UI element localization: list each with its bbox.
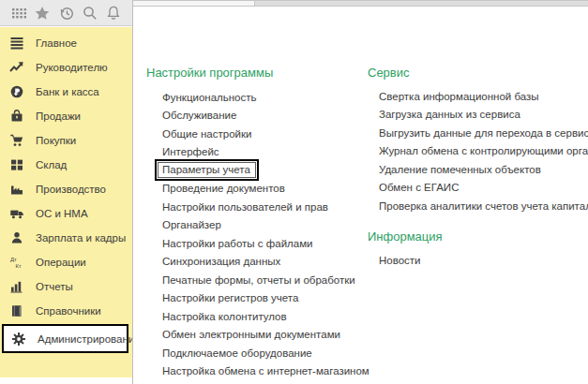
sidebar-item-label: ОС и НМА bbox=[36, 208, 88, 219]
sidebar-item-operacii[interactable]: Дт Кт Операции bbox=[0, 250, 132, 274]
settings-link[interactable]: Синхронизация данных bbox=[162, 253, 369, 272]
settings-link[interactable]: Обслуживание bbox=[162, 107, 369, 126]
annotation-highlight-box: Параметры учета bbox=[155, 159, 259, 181]
factory-icon bbox=[9, 182, 24, 197]
service-link[interactable]: Удаление помеченных объектов bbox=[379, 160, 588, 179]
sidebar-item-label: Покупки bbox=[36, 135, 76, 146]
sidebar-item-bank-i-kassa[interactable]: Банк и касса bbox=[0, 80, 132, 104]
settings-link-parametry-ucheta[interactable]: Параметры учета bbox=[162, 161, 369, 180]
sidebar-item-label: Склад bbox=[36, 159, 67, 170]
sidebar-item-pokupki[interactable]: Покупки bbox=[0, 128, 132, 153]
service-links: Свертка информационной базы Загрузка дан… bbox=[379, 87, 588, 215]
section-title-information[interactable]: Информация bbox=[368, 228, 443, 246]
sections-panel: Главное Руководителю Банк и касса bbox=[0, 27, 132, 377]
sidebar-item-label: Руководителю bbox=[36, 62, 108, 73]
search-icon[interactable] bbox=[79, 3, 101, 23]
section-title-service[interactable]: Сервис bbox=[368, 64, 588, 82]
sidebar-item-zarplata-i-kadry[interactable]: Зарплата и кадры bbox=[0, 226, 132, 250]
service-link[interactable]: Загрузка данных из сервиса bbox=[379, 106, 588, 125]
sidebar-item-glavnoe[interactable]: Главное bbox=[0, 31, 132, 55]
service-link[interactable]: Журнал обмена с контролирующими органами bbox=[379, 142, 588, 161]
gear-icon bbox=[11, 332, 26, 347]
service-link[interactable]: Выгрузить данные для перехода в сервис bbox=[379, 124, 588, 142]
sidebar-item-sklad[interactable]: Склад bbox=[0, 153, 132, 177]
sidebar-item-administrirovanie[interactable]: Администрирование bbox=[2, 324, 128, 353]
chart-arrow-icon bbox=[9, 60, 24, 75]
bag-icon bbox=[9, 109, 24, 124]
sidebar-item-label: Банк и касса bbox=[36, 86, 99, 97]
svg-text:Дт: Дт bbox=[10, 257, 17, 262]
sidebar-item-label: Администрирование bbox=[38, 333, 141, 345]
program-settings-links: Функциональность Обслуживание Общие наст… bbox=[162, 88, 369, 380]
settings-link[interactable]: Настройка обмена с интернет-магазином bbox=[162, 362, 369, 381]
settings-link[interactable]: Органайзер bbox=[162, 216, 369, 235]
settings-link[interactable]: Подключаемое оборудование bbox=[162, 344, 369, 362]
sidebar-item-label: Главное bbox=[36, 37, 77, 49]
svg-text:Кт: Кт bbox=[16, 263, 22, 269]
sidebar-item-prodazhi[interactable]: Продажи bbox=[0, 104, 132, 128]
section-program-settings: Настройки программы Функциональность Обс… bbox=[146, 64, 369, 380]
information-links: Новости bbox=[379, 251, 443, 270]
grid-icon bbox=[9, 157, 24, 172]
favorites-star-icon[interactable] bbox=[31, 3, 53, 23]
tab-strip bbox=[133, 0, 588, 7]
sidebar-item-rukovoditelyu[interactable]: Руководителю bbox=[0, 55, 132, 80]
truck-icon bbox=[9, 206, 24, 221]
settings-link[interactable]: Проведение документов bbox=[162, 180, 369, 199]
settings-link[interactable]: Настройка колонтитулов bbox=[162, 307, 369, 326]
dt-kt-icon: Дт Кт bbox=[9, 255, 24, 270]
sidebar-item-label: Справочники bbox=[36, 305, 101, 317]
sidebar-item-label: Производство bbox=[36, 184, 106, 195]
service-link[interactable]: Обмен с ЕГАИС bbox=[379, 179, 588, 198]
sidebar-item-label: Продажи bbox=[36, 111, 81, 122]
sidebar-item-spravochniki[interactable]: Справочники bbox=[0, 299, 132, 323]
settings-link[interactable]: Настройки регистров учета bbox=[162, 289, 369, 308]
app-window: Главное Руководителю Банк и касса bbox=[0, 0, 588, 384]
service-link[interactable]: Проверка аналитики счетов учета капитала bbox=[379, 197, 588, 215]
person-icon bbox=[9, 230, 24, 245]
sidebar-item-label: Операции bbox=[36, 257, 86, 268]
section-service: Сервис Свертка информационной базы Загру… bbox=[368, 64, 588, 215]
service-link[interactable]: Свертка информационной базы bbox=[379, 87, 588, 106]
content-area: Настройки программы Функциональность Обс… bbox=[132, 0, 588, 384]
apps-grid-icon[interactable] bbox=[8, 3, 30, 23]
settings-link[interactable]: Функциональность bbox=[162, 88, 369, 107]
quick-access-toolbar bbox=[0, 0, 132, 26]
info-link[interactable]: Новости bbox=[379, 251, 443, 270]
tab-strip-rest bbox=[255, 0, 588, 7]
settings-link[interactable]: Общие настройки bbox=[162, 125, 369, 143]
book-icon bbox=[9, 303, 24, 318]
bar-chart-icon bbox=[9, 279, 24, 294]
settings-link[interactable]: Настройки работы с файлами bbox=[162, 234, 369, 253]
sidebar-item-otchety[interactable]: Отчеты bbox=[0, 274, 132, 299]
settings-link[interactable]: Печатные формы, отчеты и обработки bbox=[162, 271, 369, 289]
section-information: Информация Новости bbox=[368, 228, 443, 270]
coin-icon bbox=[9, 84, 24, 99]
section-title-program-settings[interactable]: Настройки программы bbox=[146, 64, 369, 82]
history-icon[interactable] bbox=[55, 3, 78, 23]
active-tab-edge[interactable] bbox=[133, 0, 255, 7]
settings-link[interactable]: Обмен электронными документами bbox=[162, 326, 369, 345]
sidebar-item-label: Отчеты bbox=[36, 281, 73, 292]
settings-link[interactable]: Настройки пользователей и прав bbox=[162, 198, 369, 216]
notifications-bell-icon[interactable] bbox=[102, 3, 125, 23]
menu-icon bbox=[9, 36, 24, 51]
settings-link[interactable]: Интерфейс bbox=[162, 143, 369, 162]
sidebar-item-os-i-nma[interactable]: ОС и НМА bbox=[0, 201, 132, 226]
sidebar-item-proizvodstvo[interactable]: Производство bbox=[0, 177, 132, 201]
cart-icon bbox=[9, 133, 24, 148]
sidebar-item-label: Зарплата и кадры bbox=[36, 232, 126, 244]
